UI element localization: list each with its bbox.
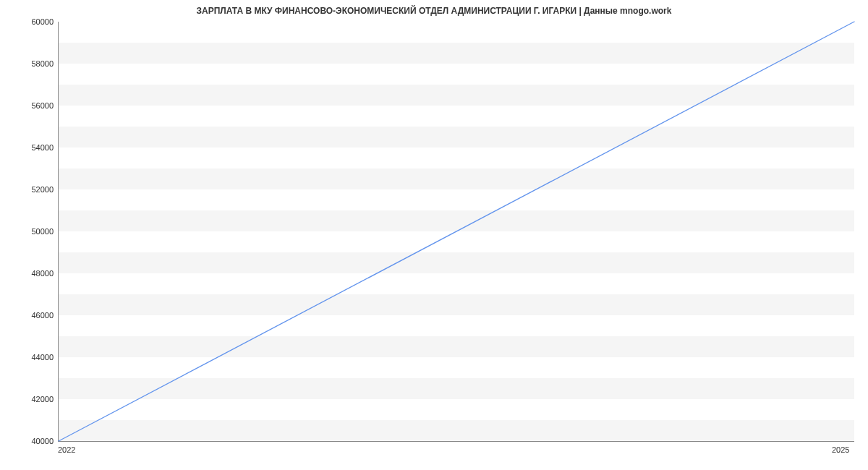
y-tick-label: 56000: [10, 101, 54, 110]
plot-area: [58, 22, 854, 442]
y-tick-label: 44000: [10, 353, 54, 362]
series-polyline: [59, 22, 854, 441]
y-tick-label: 42000: [10, 395, 54, 403]
y-tick-label: 60000: [10, 17, 54, 26]
y-tick-label: 46000: [10, 311, 54, 320]
chart-title: ЗАРПЛАТА В МКУ ФИНАНСОВО-ЭКОНОМИЧЕСКИЙ О…: [0, 6, 868, 16]
y-tick-label: 52000: [10, 185, 54, 194]
x-tick-label: 2022: [58, 445, 75, 454]
x-tick-label: 2025: [832, 445, 849, 454]
y-tick-label: 54000: [10, 143, 54, 152]
y-tick-label: 58000: [10, 59, 54, 68]
line-series: [59, 22, 854, 441]
y-tick-label: 48000: [10, 269, 54, 278]
y-tick-label: 40000: [10, 437, 54, 445]
chart-container: ЗАРПЛАТА В МКУ ФИНАНСОВО-ЭКОНОМИЧЕСКИЙ О…: [0, 0, 868, 470]
y-tick-label: 50000: [10, 227, 54, 236]
